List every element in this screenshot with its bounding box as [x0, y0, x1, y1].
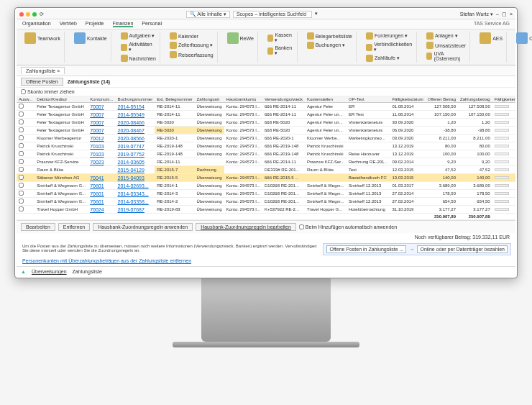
- chk-skonto[interactable]: Skonto immer ziehen: [21, 89, 75, 94]
- cell-link[interactable]: 70601: [90, 191, 104, 196]
- cell-link[interactable]: 2019-07752: [118, 152, 145, 157]
- table-row[interactable]: Feler Textagentur GmbH700072020-08467RE-…: [17, 127, 515, 135]
- maximize-icon[interactable]: [32, 12, 37, 17]
- row-checkbox[interactable]: [19, 127, 24, 132]
- close-icon[interactable]: [19, 12, 24, 17]
- cell-link[interactable]: 2020-08467: [118, 128, 145, 133]
- row-checkbox[interactable]: [19, 191, 24, 196]
- footer-zahlungsliste[interactable]: Zahlungsliste: [73, 269, 102, 274]
- window-controls[interactable]: [19, 12, 37, 17]
- ribbon-aktivitaeten[interactable]: Aktivitäten ▾: [120, 41, 157, 53]
- col-header[interactable]: Fälligkeiten: [492, 96, 515, 103]
- ribbon-zeiterfassung[interactable]: Zeiterfassung ▾: [169, 41, 214, 50]
- window-maximize-icon[interactable]: ▢: [502, 12, 507, 17]
- cell-link[interactable]: 70023: [90, 160, 104, 165]
- window-close-icon[interactable]: ×: [510, 12, 513, 17]
- ribbon-nachrichten[interactable]: Nachrichten: [120, 54, 157, 63]
- menu-organisation[interactable]: Organisation: [22, 21, 51, 27]
- ribbon-forderungen[interactable]: Forderungen ▾: [365, 32, 413, 40]
- cell-link[interactable]: 2020-08466: [118, 120, 145, 125]
- ribbon-kalender[interactable]: Kalender: [169, 32, 214, 40]
- footer-ueberweisungen[interactable]: Überweisungen: [32, 269, 67, 274]
- cell-link[interactable]: 2014-05154: [118, 104, 145, 109]
- search-dropdown-icon[interactable]: ▾: [315, 11, 318, 18]
- row-checkbox[interactable]: [19, 135, 24, 140]
- ribbon-teamwork[interactable]: Teamwork: [24, 32, 61, 45]
- cell-link[interactable]: 2019-07687: [118, 207, 145, 212]
- menu-finanzen[interactable]: Finanzen: [113, 21, 134, 27]
- ribbon-uva[interactable]: UVA (Österreich): [426, 50, 467, 62]
- search-scope-combo[interactable]: 🔍 Alle Inhalte ▾: [186, 11, 230, 18]
- menu-vertrieb[interactable]: Vertrieb: [60, 21, 77, 27]
- col-header[interactable]: Verwendungszweck: [262, 96, 305, 103]
- cell-link[interactable]: 2014-05549: [118, 112, 145, 117]
- row-checkbox[interactable]: [19, 112, 24, 117]
- ribbon-buchungen[interactable]: Buchungen ▾: [306, 41, 353, 50]
- btn-entfernen[interactable]: Entfernen: [58, 223, 90, 231]
- table-row[interactable]: Raum & Blüte2015-04129RE-2015-7RechnungD…: [17, 166, 515, 174]
- tab-zahlungsliste[interactable]: Zahlungsliste: [21, 67, 65, 74]
- link-remove-overpayments[interactable]: Personenkonten mit Überzahlungsbeträgen …: [22, 258, 191, 263]
- col-header[interactable]: Zahlungsart: [195, 96, 224, 103]
- col-header[interactable]: Kontonum...: [88, 96, 115, 103]
- cell-link[interactable]: 2014-03605: [118, 160, 145, 165]
- cell-link[interactable]: 70601: [90, 199, 104, 204]
- menu-projekte[interactable]: Projekte: [86, 21, 104, 27]
- ribbon-umsatzsteuer[interactable]: Umsatzsteuer: [426, 41, 467, 50]
- ribbon-rewe[interactable]: ReWe: [226, 32, 254, 45]
- ribbon-zahllaeufe[interactable]: Zahlläufe ▾: [365, 54, 413, 63]
- table-row[interactable]: Feler Textagentur GmbH700072014-05154RE-…: [17, 103, 515, 111]
- col-header[interactable]: Debitor/Kreditor: [35, 96, 88, 103]
- row-checkbox[interactable]: [19, 175, 24, 180]
- cell-link[interactable]: 70041: [90, 176, 104, 181]
- table-row[interactable]: Smirkeff & Wegmann G...706012014-02693..…: [17, 182, 515, 190]
- ribbon-kontakte[interactable]: Kontakte: [73, 32, 108, 45]
- table-row[interactable]: Feler Textagentur GmbH700072020-08466RE-…: [17, 119, 515, 127]
- ribbon-reiseerfassung[interactable]: Reiseerfassung: [169, 50, 214, 59]
- reload-icon[interactable]: ⟳: [40, 12, 44, 17]
- row-checkbox[interactable]: [19, 183, 24, 188]
- cell-link[interactable]: 2015-04129: [118, 168, 145, 173]
- table-row[interactable]: Smirkeff & Wegmann G...706012014-03343..…: [17, 190, 515, 198]
- row-checkbox[interactable]: [19, 206, 24, 211]
- nav-up-icon[interactable]: ▲: [21, 269, 26, 274]
- ribbon-banken[interactable]: Banken ▾: [267, 45, 294, 57]
- ribbon-verbindlichkeiten[interactable]: Verbindlichkeiten ▾: [365, 41, 413, 53]
- cell-link[interactable]: 70007: [90, 120, 104, 125]
- col-header[interactable]: Offener Betrag: [426, 96, 458, 103]
- col-header[interactable]: OP-Text: [347, 96, 390, 103]
- cell-link[interactable]: 2014-03343...: [118, 191, 149, 196]
- col-header[interactable]: Zahlungsbetrag: [458, 96, 492, 103]
- row-checkbox[interactable]: [19, 167, 24, 172]
- chk-auto-anwenden[interactable]: Beim Hinzufügen automatisch anwenden: [299, 224, 397, 229]
- table-row[interactable]: Säbener München AG700412015-04093RE-2015…: [17, 174, 515, 182]
- row-checkbox[interactable]: [19, 159, 24, 164]
- cell-link[interactable]: 2014-03358...: [118, 199, 149, 204]
- col-header[interactable]: Kostenstellen: [305, 96, 347, 103]
- row-checkbox[interactable]: [19, 199, 24, 204]
- cell-link[interactable]: 70103: [90, 144, 104, 149]
- btn-regeln-bearbeiten[interactable]: Hausbank-Zuordnungsregeln bearbeiten: [196, 223, 296, 231]
- cell-link[interactable]: 70007: [90, 104, 104, 109]
- cell-link[interactable]: 2019-07747: [118, 144, 145, 149]
- cell-link[interactable]: 70601: [90, 183, 104, 188]
- row-checkbox[interactable]: [19, 119, 24, 124]
- cell-link[interactable]: 70012: [90, 136, 104, 141]
- filter-offene-posten[interactable]: Offene Posten: [21, 78, 63, 86]
- ribbon-anlagen[interactable]: Anlagen ▾: [426, 32, 467, 40]
- cell-link[interactable]: 70007: [90, 112, 104, 117]
- table-row[interactable]: Patrick Kruschinski701032019-07752RE-201…: [17, 150, 515, 158]
- btn-regeln-anwenden[interactable]: Hausbank-Zuordnungsregeln anwenden: [93, 223, 193, 231]
- col-header[interactable]: Fälligkeitsdatum: [390, 96, 425, 103]
- btn-bearbeiten[interactable]: Bearbeiten: [21, 223, 55, 231]
- ribbon-kassen[interactable]: Kassen ▾: [267, 32, 294, 44]
- payments-table[interactable]: Ausw...Debitor/KreditorKontonum...Buchun…: [17, 96, 515, 220]
- table-row[interactable]: Travel Hopper GmbH700242019-07687RE-2019…: [17, 206, 515, 214]
- table-row[interactable]: Praszow KFZ-Service700232014-03605RE-201…: [17, 158, 515, 166]
- global-search-input[interactable]: Scopes – intelligentes Suchfeld: [233, 11, 312, 18]
- cell-link[interactable]: 2014-02693...: [118, 183, 149, 188]
- ribbon-belegarbeitsliste[interactable]: Belegarbeitsliste: [306, 32, 353, 40]
- ribbon-aes[interactable]: AES: [479, 32, 503, 45]
- ribbon-aufgaben[interactable]: Aufgaben ▾: [120, 32, 157, 40]
- cell-link[interactable]: 70103: [90, 152, 104, 157]
